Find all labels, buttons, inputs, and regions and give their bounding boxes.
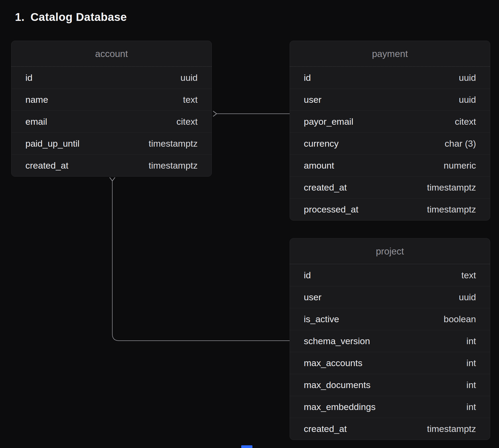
table-account[interactable]: account id uuid name text email citext p… [11,41,212,177]
table-account-header: account [11,41,212,67]
table-row: user uuid [290,286,490,308]
relation-project-to-account [112,181,290,341]
diagram-canvas: 1. Catalog Database account id uuid name… [0,0,499,448]
table-row: schema_version int [290,330,490,352]
field-name: max_embeddings [304,402,375,412]
field-type: int [466,358,476,368]
table-row: is_active boolean [290,308,490,330]
field-type: char (3) [445,138,476,149]
table-title: payment [372,48,408,59]
field-type: text [461,270,476,280]
field-name: paid_up_until [25,138,79,149]
table-row: processed_at timestamptz [290,198,490,220]
table-project[interactable]: project id text user uuid is_active bool… [290,238,490,440]
field-type: timestamptz [149,138,198,149]
table-row: id text [290,264,490,286]
table-title: project [376,246,404,257]
field-type: uuid [181,73,198,83]
field-name: id [304,270,311,280]
field-name: currency [304,138,339,149]
table-row: created_at timestamptz [290,176,490,198]
field-name: user [304,94,321,105]
field-type: boolean [444,314,476,324]
table-row: email citext [11,111,212,132]
field-type: numeric [444,160,476,171]
field-name: user [304,292,321,302]
field-name: max_accounts [304,358,362,368]
field-name: payor_email [304,116,353,127]
field-name: schema_version [304,336,370,346]
field-type: citext [455,116,476,127]
page-title-text: Catalog Database [30,11,127,24]
table-row: id uuid [290,67,490,89]
table-row: user uuid [290,89,490,111]
field-name: max_documents [304,380,370,390]
field-name: created_at [304,182,347,193]
field-type: int [466,380,476,390]
table-row: max_accounts int [290,352,490,374]
table-title: account [95,48,128,59]
field-name: created_at [25,160,68,171]
field-name: processed_at [304,204,358,215]
field-name: name [25,94,48,105]
field-type: text [183,94,198,105]
field-name: amount [304,160,334,171]
field-type: timestamptz [149,160,198,171]
page-title: 1. Catalog Database [15,11,127,24]
field-type: uuid [459,292,476,302]
table-row: payor_email citext [290,111,490,132]
field-type: int [466,336,476,346]
blue-indicator [241,445,252,448]
field-type: int [466,402,476,412]
field-type: uuid [459,73,476,83]
field-name: email [25,116,47,127]
table-row: max_embeddings int [290,396,490,418]
table-row: paid_up_until timestamptz [11,132,212,154]
table-row: created_at timestamptz [11,154,212,176]
page-title-number: 1. [15,11,25,24]
field-type: uuid [459,94,476,105]
table-payment[interactable]: payment id uuid user uuid payor_email ci… [290,41,490,221]
field-name: id [304,73,311,83]
table-row: max_documents int [290,374,490,396]
table-row: name text [11,89,212,111]
field-name: id [25,73,32,83]
table-project-header: project [290,238,490,264]
field-name: is_active [304,314,339,324]
table-row: id uuid [11,67,212,89]
field-type: timestamptz [427,182,476,193]
table-row: created_at timestamptz [290,418,490,440]
field-type: citext [176,116,198,127]
field-type: timestamptz [427,204,476,215]
field-name: created_at [304,424,347,434]
table-row: currency char (3) [290,132,490,154]
table-payment-header: payment [290,41,490,67]
table-row: amount numeric [290,154,490,176]
field-type: timestamptz [427,424,476,434]
